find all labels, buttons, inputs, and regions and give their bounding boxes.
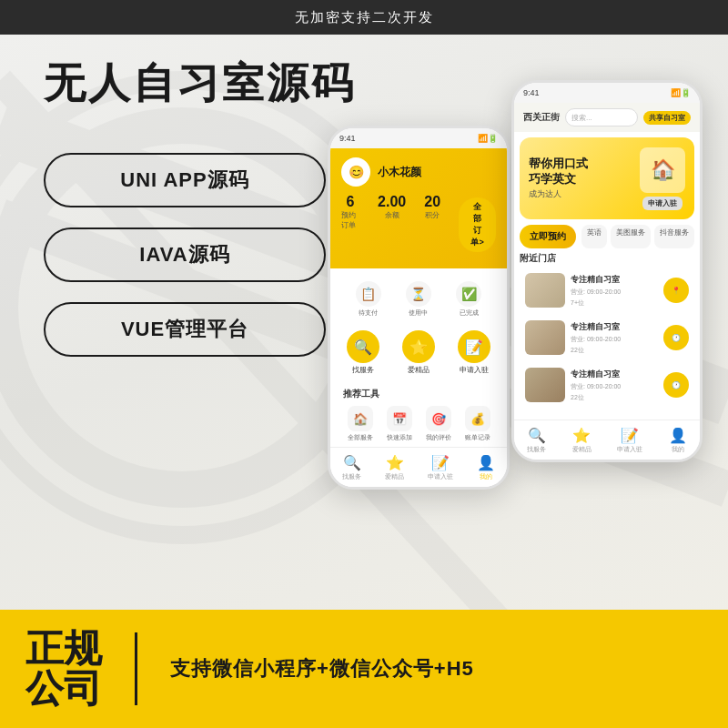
loved-items-icon: ⭐	[402, 330, 435, 363]
bottom-divider	[135, 632, 137, 705]
nearby-img-2	[525, 320, 565, 355]
order-icon-pending[interactable]: 📋 待支付	[356, 281, 381, 318]
main-area: 无人自习室源码 UNI APP源码 IAVA源码 VUE管理平台 9:41 📶🔋…	[0, 35, 728, 728]
apply-icon: 📝	[458, 330, 490, 363]
search-placeholder: 搜索...	[571, 113, 592, 123]
pill-uniapp-label: UNI APP源码	[120, 167, 248, 194]
main-title: 无人自习室源码	[44, 60, 356, 106]
order-icon-pending-icon: 📋	[356, 281, 381, 307]
banner-subtitle: 成为达人	[529, 188, 640, 200]
order-icon-done[interactable]: ✅ 已完成	[456, 281, 481, 318]
reserve-label: 立即预约	[530, 230, 566, 243]
tool-review[interactable]: 🎯 我的评价	[421, 406, 455, 442]
nearby-time-3: 营业: 09:00-20:00	[571, 382, 658, 391]
pill-vue-label: VUE管理平台	[121, 316, 248, 343]
nearby-badge-2: 🕐	[663, 325, 689, 350]
nav-right-loved-icon: ⭐	[572, 427, 591, 444]
find-service-btn[interactable]: 🔍 找服务	[347, 330, 379, 375]
home-location: 西关正街	[523, 111, 560, 124]
nav-right-apply[interactable]: 📝 申请入驻	[617, 427, 642, 454]
nav-right-mine[interactable]: 👤 我的	[669, 427, 687, 454]
nav-right-loved[interactable]: ⭐ 爱精品	[572, 427, 592, 454]
order-icon-active[interactable]: ⏳ 使用中	[406, 281, 431, 318]
nav-left-mine-label: 我的	[480, 472, 492, 481]
top-banner: 无加密支持二次开发	[0, 0, 728, 35]
nearby-item-2[interactable]: 专注精自习室 营业: 09:00-20:00 22位 🕐	[520, 316, 694, 359]
order-icon-active-label: 使用中	[409, 308, 428, 318]
bottom-right-text: 支持微信小程序+微信公众号+H5	[170, 655, 474, 682]
nav-right-apply-label: 申请入驻	[617, 445, 642, 454]
nearby-img-1	[525, 273, 565, 308]
tool-bills-icon: 💰	[465, 406, 490, 431]
banner-illustration: 🏠	[640, 147, 685, 193]
tool-quick-add-label: 快速添加	[387, 433, 412, 442]
nav-left-loved-icon: ⭐	[386, 454, 404, 471]
loved-items-label: 爱精品	[408, 365, 430, 375]
nav-right-find-label: 找服务	[527, 445, 546, 454]
nav-left-apply[interactable]: 📝 申请入驻	[428, 454, 453, 481]
phone-right-bottom-nav: 🔍 找服务 ⭐ 爱精品 📝 申请入驻 👤 我的	[514, 420, 700, 460]
nearby-name-1: 专注精自习室	[571, 274, 658, 286]
find-service-icon: 🔍	[347, 330, 379, 363]
avatar: 😊	[341, 157, 370, 187]
pill-java: IAVA源码	[44, 228, 326, 282]
nearby-info-3: 专注精自习室 营业: 09:00-20:00 22位	[571, 369, 658, 402]
nav-right-find-icon: 🔍	[528, 427, 546, 444]
nav-left-loved[interactable]: ⭐ 爱精品	[385, 454, 404, 481]
phone-right-mockup: 9:41 📶🔋 西关正街 搜索... 共享自习室 帮你用口式巧学英文 成为达人 …	[511, 80, 703, 462]
phone-right-status-bar: 9:41 📶🔋	[514, 83, 700, 103]
nav-left-mine[interactable]: 👤 我的	[477, 454, 495, 481]
pill-vue: VUE管理平台	[44, 302, 326, 357]
nav-left-find[interactable]: 🔍 找服务	[342, 454, 361, 481]
nearby-item-1[interactable]: 专注精自习室 营业: 09:00-20:00 7+位 📍	[520, 268, 694, 312]
nearby-badge-3: 🕐	[663, 372, 689, 398]
nav-right-loved-label: 爱精品	[572, 445, 592, 454]
phone-left-bottom-nav: 🔍 找服务 ⭐ 爱精品 📝 申请入驻 👤 我的	[330, 447, 507, 487]
stat-points-label: 积分	[425, 210, 440, 220]
nearby-info-1: 专注精自习室 营业: 09:00-20:00 7+位	[571, 274, 658, 308]
home-search-box[interactable]: 搜索...	[565, 108, 638, 126]
nav-right-mine-icon: 👤	[669, 427, 687, 444]
apply-btn[interactable]: 📝 申请入驻	[458, 330, 490, 375]
nav-left-find-icon: 🔍	[343, 454, 361, 471]
nav-left-loved-label: 爱精品	[385, 472, 404, 481]
stat-orders-label: 预约订单	[341, 210, 359, 230]
full-order-button[interactable]: 全部订单>	[459, 197, 496, 252]
loved-items-btn[interactable]: ⭐ 爱精品	[402, 330, 435, 375]
tool-review-label: 我的评价	[426, 433, 451, 442]
order-icon-done-label: 已完成	[460, 308, 479, 318]
pill-uniapp: UNI APP源码	[44, 153, 326, 207]
nav-left-mine-icon: 👤	[477, 454, 495, 471]
nav-right-find[interactable]: 🔍 找服务	[527, 427, 546, 454]
tag-douyin[interactable]: 抖音服务	[654, 225, 694, 248]
profile-stats: 6 预约订单 2.00 余额 20 积分 全部订单>	[341, 194, 496, 256]
nav-left-find-label: 找服务	[342, 472, 361, 481]
stat-orders: 6 预约订单	[341, 194, 359, 256]
top-banner-text: 无加密支持二次开发	[295, 9, 434, 26]
tools-title: 推荐工具	[343, 388, 494, 400]
reserve-button[interactable]: 立即预约	[520, 225, 576, 248]
bottom-left-text: 正规 公司	[25, 629, 102, 709]
share-button[interactable]: 共享自习室	[643, 111, 691, 125]
stat-balance-num: 2.00	[378, 194, 406, 210]
profile-name: 小木花颜	[378, 165, 421, 180]
home-top-bar: 西关正街 搜索... 共享自习室	[514, 103, 700, 132]
tool-quick-add-icon: 📅	[387, 406, 412, 431]
phone-left-icons: 📶🔋	[478, 134, 498, 143]
phone-left-mockup: 9:41 📶🔋 😊 小木花颜 6 预约订单 2.00 余额 20	[328, 126, 510, 490]
order-icon-pending-label: 待支付	[359, 308, 378, 318]
tool-bills[interactable]: 💰 账单记录	[460, 406, 494, 442]
profile-avatar-row: 😊 小木花颜	[341, 157, 496, 187]
tool-quick-add[interactable]: 📅 快速添加	[382, 406, 416, 442]
tag-english[interactable]: 英语	[581, 225, 607, 248]
stat-balance: 2.00 余额	[378, 194, 406, 256]
phone-right-time: 9:41	[523, 88, 540, 97]
nearby-item-3[interactable]: 专注精自习室 营业: 09:00-20:00 22位 🕐	[520, 363, 694, 407]
nearby-seats-3: 22位	[571, 393, 658, 402]
tool-all-services[interactable]: 🏠 全部服务	[343, 406, 377, 442]
tag-meitu[interactable]: 美图服务	[611, 225, 651, 248]
stat-points: 20 积分	[424, 194, 440, 256]
orders-section: 📋 待支付 ⏳ 使用中 ✅ 已完成	[336, 274, 501, 325]
bottom-section: 正规 公司 支持微信小程序+微信公众号+H5	[0, 610, 728, 728]
banner-title: 帮你用口式巧学英文	[529, 157, 640, 187]
